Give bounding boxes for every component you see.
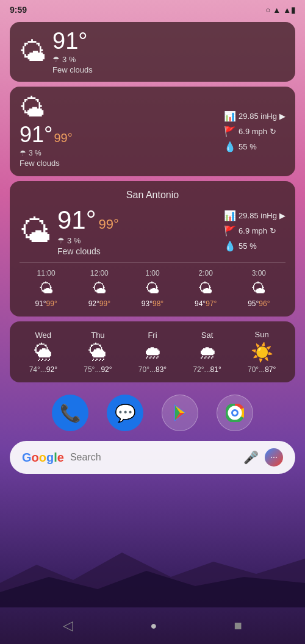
humidity-large: 55 % <box>239 242 257 251</box>
temp-hi-medium: 99° <box>54 131 72 145</box>
status-time: 9:59 <box>10 5 27 15</box>
app-icons-row: 📞 💬 <box>0 395 305 431</box>
day-icon: 🌦 <box>88 342 107 363</box>
weather-top-row: 🌤 91° 99° ☂ 3 % Few clouds 📊 29.85 inHg … <box>20 206 285 256</box>
hour-icon: 🌤 <box>251 280 266 297</box>
wind-rotate: ↻ <box>270 127 276 136</box>
wind-row-medium: 🚩 6.9 mph ↻ <box>224 126 285 137</box>
pressure-row-medium: 📊 29.85 inHg ▶ <box>224 110 285 122</box>
rain-pct-large: 3 % <box>67 236 81 245</box>
status-icons: ○ ▲ ▲▮ <box>265 5 295 15</box>
alarm-icon: ○ <box>265 5 270 15</box>
weather-icon-medium: 🌤 <box>20 95 45 121</box>
condition-small: Few clouds <box>52 65 93 74</box>
umbrella-icon-large: ☂ <box>57 236 65 245</box>
day-temps: 70°...87° <box>248 365 276 374</box>
hour-icon: 🌤 <box>39 280 54 297</box>
wind-icon: 🚩 <box>224 126 236 137</box>
rain-pct-medium: 3 % <box>29 149 41 157</box>
svg-point-7 <box>233 411 237 415</box>
day-temps: 70°...83° <box>138 365 167 374</box>
humidity-row-medium: 💧 55 % <box>224 141 285 152</box>
temp-large: 91° <box>57 206 96 235</box>
play-store-app-icon[interactable] <box>162 395 198 431</box>
day-icon: ☀️ <box>251 342 273 363</box>
day-item: Wed 🌦 74°...92° <box>29 331 57 374</box>
wind-icon-large: 🚩 <box>224 225 236 237</box>
hour-item: 1:00 🌤 93°98° <box>142 269 163 308</box>
day-item: Sun ☀️ 70°...87° <box>248 330 276 374</box>
temp-medium: 91° <box>20 122 52 148</box>
day-name: Thu <box>91 331 104 340</box>
hour-time: 2:00 <box>198 269 212 277</box>
day-item: Fri 🌧 70°...83° <box>138 331 167 374</box>
humidity-icon-large: 💧 <box>224 240 236 252</box>
pressure-medium: 29.85 inHg <box>239 112 277 121</box>
day-temps: 74°...92° <box>29 365 57 374</box>
day-name: Sun <box>255 330 269 339</box>
pressure-icon: 📊 <box>224 110 236 122</box>
hour-icon: 🌤 <box>145 280 160 297</box>
day-name: Sat <box>201 331 214 340</box>
hour-icon: 🌤 <box>92 280 107 297</box>
chrome-app-icon[interactable] <box>217 395 253 431</box>
temp-hi-large: 99° <box>99 216 119 232</box>
hourly-forecast: 11:00 🌤 91°99° 12:00 🌤 92°99° 1:00 🌤 93°… <box>20 262 285 308</box>
humidity-medium: 55 % <box>239 142 257 151</box>
mountains-silhouette <box>0 546 305 607</box>
pressure-large: 29.85 inHg <box>239 211 277 220</box>
day-temps: 72°...81° <box>193 365 221 374</box>
hour-item: 2:00 🌤 94°97° <box>195 269 217 308</box>
messages-app-icon[interactable]: 💬 <box>107 395 143 431</box>
day-item: Sat 🌧 72°...81° <box>193 331 221 374</box>
home-button[interactable]: ● <box>150 620 157 632</box>
weather-left-medium: 🌤 91° 99° ☂ 3 % Few clouds <box>20 95 73 168</box>
search-bar[interactable]: Google 🎤 ⋯ <box>10 441 295 474</box>
weather-metrics-medium: 📊 29.85 inHg ▶ 🚩 6.9 mph ↻ 💧 55 % <box>224 110 285 152</box>
hour-temp: 94°97° <box>195 299 217 308</box>
phone-app-icon[interactable]: 📞 <box>52 395 88 431</box>
weather-widget-large[interactable]: San Antonio 🌤 91° 99° ☂ 3 % Few clouds 📊… <box>10 181 295 317</box>
pressure-row-large: 📊 29.85 inHg ▶ <box>224 210 285 221</box>
weather-metrics-large: 📊 29.85 inHg ▶ 🚩 6.9 mph ↻ 💧 55 % <box>224 210 285 252</box>
day-icon: 🌧 <box>198 342 217 363</box>
umbrella-icon-medium: ☂ <box>20 149 26 157</box>
temp-block-large: 91° 99° ☂ 3 % Few clouds <box>57 206 119 256</box>
day-name: Wed <box>35 331 52 340</box>
wind-large: 6.9 mph <box>239 226 267 235</box>
weather-icon-large: 🌤 <box>20 213 51 249</box>
mic-icon[interactable]: 🎤 <box>243 450 259 465</box>
wind-row-large: 🚩 6.9 mph ↻ <box>224 225 285 237</box>
weather-widget-medium[interactable]: 🌤 91° 99° ☂ 3 % Few clouds 📊 29.85 inHg … <box>10 87 295 176</box>
weather-widget-weekly[interactable]: Wed 🌦 74°...92° Thu 🌦 75°...92° Fri 🌧 70… <box>10 321 295 382</box>
day-item: Thu 🌦 75°...92° <box>84 331 112 374</box>
signal-icon: ▲▮ <box>283 5 295 15</box>
recents-button[interactable]: ■ <box>234 618 242 634</box>
day-name: Fri <box>148 331 157 340</box>
wind-medium: 6.9 mph <box>239 127 267 136</box>
humidity-icon: 💧 <box>224 141 236 152</box>
hour-temp: 91°99° <box>35 299 57 308</box>
condition-large: Few clouds <box>57 246 119 256</box>
hour-time: 1:00 <box>145 269 159 277</box>
day-icon: 🌧 <box>143 342 162 363</box>
temp-small: 91° <box>52 29 93 52</box>
day-icon: 🌦 <box>34 342 52 363</box>
hour-item: 11:00 🌤 91°99° <box>35 269 57 308</box>
search-input[interactable] <box>70 452 237 463</box>
back-button[interactable]: ◁ <box>63 618 73 634</box>
rain-pct-small: 3 % <box>62 55 76 64</box>
hour-time: 3:00 <box>252 269 266 277</box>
hour-temp: 93°98° <box>142 299 163 308</box>
hour-item: 3:00 🌤 95°96° <box>248 269 270 308</box>
weather-widget-small[interactable]: 🌤 91° ☂ 3 % Few clouds <box>10 22 295 82</box>
rain-detail-small: ☂ 3 % <box>52 55 93 64</box>
rain-detail-large: ☂ 3 % <box>57 236 119 245</box>
weather-info-small: 91° ☂ 3 % Few clouds <box>52 29 93 74</box>
pressure-arrow: ▶ <box>279 112 285 121</box>
google-logo: Google <box>22 451 64 465</box>
weather-icon-small: 🌤 <box>20 38 46 65</box>
humidity-row-large: 💧 55 % <box>224 240 285 252</box>
hour-time: 12:00 <box>90 269 109 277</box>
google-lens-icon[interactable]: ⋯ <box>265 448 283 467</box>
